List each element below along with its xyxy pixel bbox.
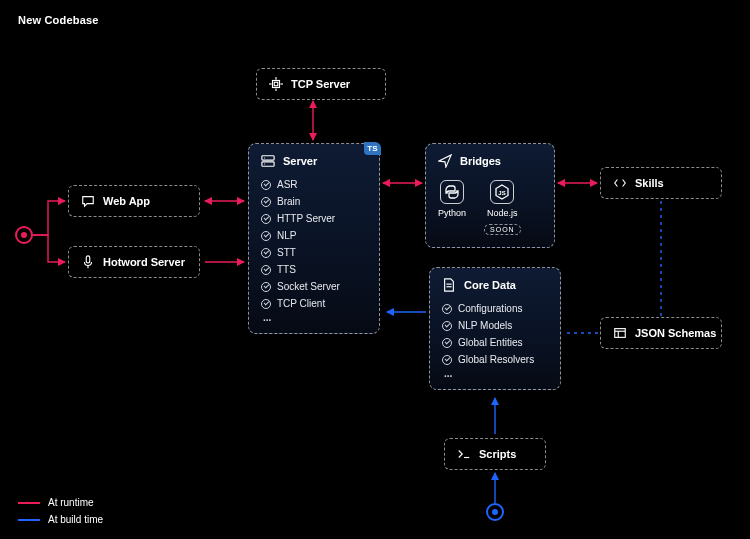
node-label: Skills — [635, 177, 664, 189]
tech-python: Python — [438, 180, 466, 235]
node-hotword-server: Hotword Server — [68, 246, 200, 278]
list-item: NLP — [261, 227, 367, 244]
node-label: Hotword Server — [103, 256, 185, 268]
list-item: ASR — [261, 176, 367, 193]
check-icon — [261, 214, 271, 224]
file-icon — [442, 278, 456, 292]
send-icon — [438, 154, 452, 168]
check-icon — [261, 282, 271, 292]
list-item: Brain — [261, 193, 367, 210]
schema-icon — [613, 326, 627, 340]
more-indicator: ... — [442, 368, 548, 379]
python-icon — [440, 180, 464, 204]
list-item: TTS — [261, 261, 367, 278]
list-item: Global Entities — [442, 334, 548, 351]
node-skills: Skills — [600, 167, 722, 199]
tech-label: Node.js — [487, 208, 518, 218]
check-icon — [261, 265, 271, 275]
panel-title: Server — [283, 155, 317, 167]
list-item: NLP Models — [442, 317, 548, 334]
list-item: STT — [261, 244, 367, 261]
origin-runtime — [15, 226, 33, 244]
terminal-icon — [457, 447, 471, 461]
node-label: Web App — [103, 195, 150, 207]
svg-point-21 — [264, 164, 265, 165]
server-icon — [261, 154, 275, 168]
node-label: TCP Server — [291, 78, 350, 90]
panel-title: Core Data — [464, 279, 516, 291]
list-item: TCP Client — [261, 295, 367, 312]
code-icon — [613, 176, 627, 190]
legend-swatch-runtime — [18, 502, 40, 504]
svg-text:JS: JS — [499, 190, 506, 196]
cpu-icon — [269, 77, 283, 91]
svg-rect-11 — [274, 82, 278, 86]
list-item: HTTP Server — [261, 210, 367, 227]
nodejs-icon: JS — [490, 180, 514, 204]
legend: At runtime At build time — [18, 491, 103, 525]
panel-title: Bridges — [460, 155, 501, 167]
check-icon — [442, 321, 452, 331]
legend-label: At build time — [48, 514, 103, 525]
check-icon — [261, 248, 271, 258]
panel-bridges: Bridges Python JS Node.js SOON — [425, 143, 555, 248]
svg-rect-16 — [86, 256, 90, 263]
node-label: Scripts — [479, 448, 516, 460]
microphone-icon — [81, 255, 95, 269]
soon-badge: SOON — [484, 224, 521, 235]
legend-build: At build time — [18, 514, 103, 525]
check-icon — [442, 338, 452, 348]
check-icon — [261, 299, 271, 309]
origin-build — [486, 503, 504, 521]
bridges-techs: Python JS Node.js SOON — [426, 174, 554, 247]
panel-server: TS Server ASR Brain HTTP Server NLP STT … — [248, 143, 380, 334]
list-item: Configurations — [442, 300, 548, 317]
page-title: New Codebase — [18, 14, 99, 26]
legend-label: At runtime — [48, 497, 94, 508]
typescript-badge: TS — [364, 142, 381, 155]
svg-rect-10 — [273, 81, 280, 88]
tech-nodejs: JS Node.js SOON — [484, 180, 521, 235]
tech-label: Python — [438, 208, 466, 218]
node-scripts: Scripts — [444, 438, 546, 470]
node-json-schemas: JSON Schemas — [600, 317, 722, 349]
list-item: Socket Server — [261, 278, 367, 295]
server-items-list: ASR Brain HTTP Server NLP STT TTS Socket… — [261, 176, 367, 312]
list-item: Global Resolvers — [442, 351, 548, 368]
node-web-app: Web App — [68, 185, 200, 217]
check-icon — [442, 355, 452, 365]
check-icon — [442, 304, 452, 314]
check-icon — [261, 197, 271, 207]
chat-icon — [81, 194, 95, 208]
node-label: JSON Schemas — [635, 327, 716, 339]
svg-rect-18 — [262, 156, 274, 160]
svg-rect-19 — [262, 162, 274, 166]
legend-swatch-build — [18, 519, 40, 521]
core-data-items-list: Configurations NLP Models Global Entitie… — [442, 300, 548, 368]
node-tcp-server: TCP Server — [256, 68, 386, 100]
svg-point-20 — [264, 157, 265, 158]
panel-core-data: Core Data Configurations NLP Models Glob… — [429, 267, 561, 390]
svg-rect-25 — [615, 329, 626, 338]
diagram-canvas: New Codebase — [0, 0, 750, 539]
more-indicator: ... — [261, 312, 367, 323]
check-icon — [261, 231, 271, 241]
check-icon — [261, 180, 271, 190]
legend-runtime: At runtime — [18, 497, 103, 508]
